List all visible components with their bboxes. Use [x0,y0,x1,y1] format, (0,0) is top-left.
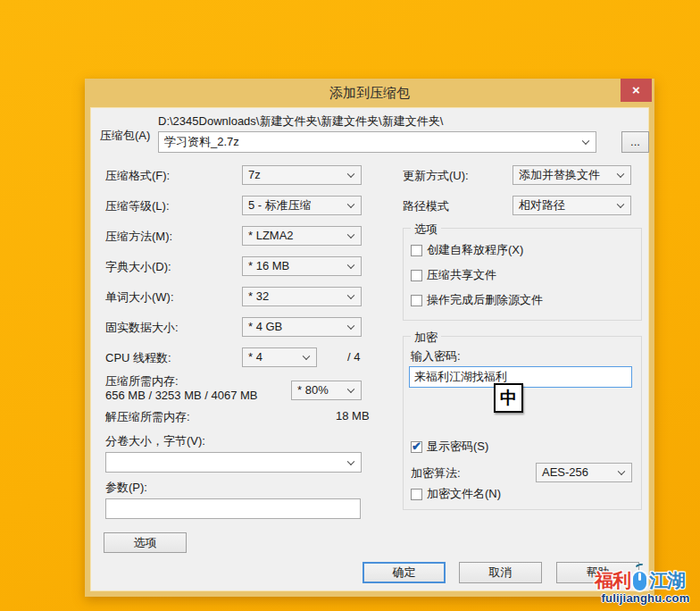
method-dropdown[interactable]: * LZMA2 [242,226,362,246]
update-mode-dropdown[interactable]: 添加并替换文件 [512,165,631,185]
volume-size-combobox[interactable] [105,452,362,473]
word-size-label: 单词大小(W): [105,289,174,306]
chevron-down-icon [303,352,310,359]
add-to-archive-dialog: 添加到压缩包 × 压缩包(A) D:\2345Downloads\新建文件夹\新… [85,79,654,597]
dictionary-dropdown[interactable]: * 16 MB [242,256,362,276]
close-icon[interactable]: × [621,79,652,102]
method-label: 压缩方法(M): [105,229,172,245]
chevron-down-icon [347,200,354,207]
parameters-label: 参数(P): [105,480,147,496]
chevron-down-icon [347,385,354,392]
encryption-group-title: 加密 [411,330,441,346]
chevron-down-icon [347,230,354,238]
chevron-down-icon [347,261,354,268]
chevron-down-icon [617,200,624,207]
solid-block-label: 固实数据大小: [105,320,179,336]
update-mode-label: 更新方式(U): [403,168,469,184]
compress-memory-label: 压缩所需内存: [105,373,179,389]
checkbox-box[interactable]: ✔ [411,441,422,453]
encryption-method-dropdown[interactable]: AES-256 [536,463,632,482]
cancel-button[interactable]: 取消 [459,562,542,583]
parameters-input[interactable] [105,498,361,519]
watermark-logo: 福利 江湖 [595,568,685,593]
word-size-dropdown[interactable]: * 32 [242,287,362,306]
title-bar[interactable]: 添加到压缩包 × [85,79,654,107]
watermark-url: fulijianghu.com [593,591,698,605]
chevron-down-icon [617,170,624,177]
checkbox-compress-shared[interactable]: 压缩共享文件 [411,267,496,283]
checkbox-encrypt-names[interactable]: 加密文件名(N) [411,486,501,502]
watermark: 福利 江湖 fulijianghu.com [593,561,700,611]
options-group: 选项 创建自释放程序(X) 压缩共享文件 操作完成后删除源文件 [403,228,642,321]
password-label: 输入密码: [411,348,461,364]
archive-name-value: 学习资料_2.7z [164,135,239,148]
solid-block-dropdown[interactable]: * 4 GB [242,317,362,337]
watermark-text-red: 福利 [595,568,630,593]
format-dropdown[interactable]: 7z [242,165,362,185]
options-group-title: 选项 [411,222,441,238]
watermark-text-blue: 江湖 [649,568,685,593]
desktop: { "window": { "title": "添加到压缩包", "close_… [0,0,700,611]
encryption-method-label: 加密算法: [411,465,461,481]
cpu-threads-dropdown[interactable]: * 4 [242,347,317,367]
checkbox-box[interactable] [411,489,422,500]
dialog-title: 添加到压缩包 [329,85,410,100]
dialog-body: 压缩包(A) D:\2345Downloads\新建文件夹\新建文件夹\新建文件… [90,107,649,591]
decompress-memory-value: 18 MB [336,409,370,423]
checkbox-box[interactable] [411,295,422,306]
browse-button[interactable]: ... [621,131,649,153]
level-dropdown[interactable]: 5 - 标准压缩 [242,196,362,215]
checkbox-delete-after[interactable]: 操作完成后删除源文件 [411,292,543,308]
cpu-threads-label: CPU 线程数: [105,350,171,366]
archive-dir-path: D:\2345Downloads\新建文件夹\新建文件夹\新建文件夹\ [158,113,443,130]
cpu-threads-total: / 4 [347,350,360,364]
checkbox-show-password[interactable]: ✔ 显示密码(S) [411,439,488,455]
chevron-down-icon [347,291,354,298]
volume-size-label: 分卷大小，字节(V): [105,433,205,449]
level-label: 压缩等级(L): [105,198,170,214]
archive-label: 压缩包(A) [100,128,150,144]
chevron-down-icon [347,322,354,329]
checkbox-box[interactable] [411,245,422,256]
encryption-group: 加密 输入密码: 来福利江湖找福利 ✔ 显示密码(S) 加密算法: AES-25… [403,336,642,510]
options-button[interactable]: 选项 [104,532,187,553]
archive-name-combobox[interactable]: 学习资料_2.7z [158,131,596,153]
chevron-down-icon[interactable] [347,457,354,465]
decompress-memory-label: 解压缩所需内存: [105,409,190,425]
memory-usage-dropdown[interactable]: * 80% [291,381,362,400]
checkbox-box[interactable] [411,270,422,281]
path-mode-label: 路径模式 [403,198,449,214]
path-mode-dropdown[interactable]: 相对路径 [512,196,631,215]
compress-memory-value: 656 MB / 3253 MB / 4067 MB [105,389,258,402]
mouse-icon [633,572,646,590]
chevron-down-icon [618,467,625,474]
ime-indicator: 中 [494,383,523,413]
format-label: 压缩格式(F): [105,168,170,184]
dictionary-label: 字典大小(D): [105,259,171,275]
chevron-down-icon[interactable] [582,137,589,144]
checkbox-create-sfx[interactable]: 创建自释放程序(X) [411,242,523,258]
ok-button[interactable]: 确定 [362,562,446,583]
chevron-down-icon [347,170,354,177]
